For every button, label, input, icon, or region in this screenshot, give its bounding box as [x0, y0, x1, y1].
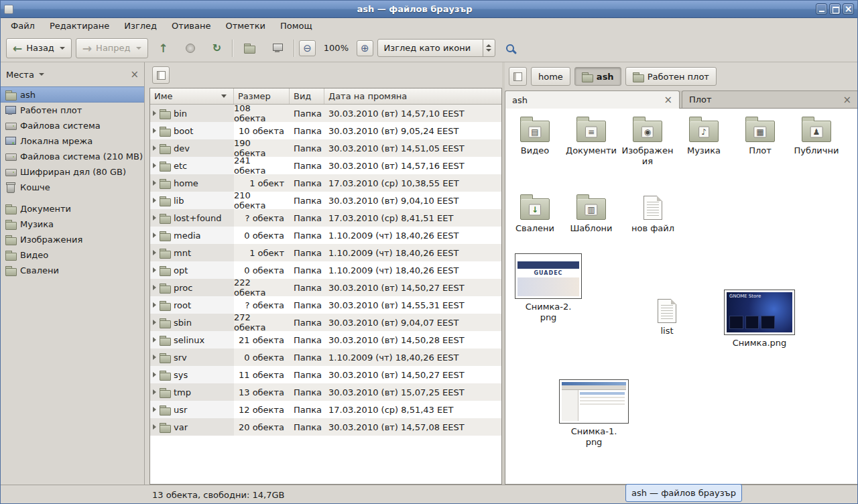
stop-button[interactable]: [179, 38, 202, 58]
table-row[interactable]: sys 11 обекта Папка 30.03.2010 (вт) 14,5…: [150, 366, 501, 383]
minimize-button[interactable]: [816, 3, 827, 15]
menu-item[interactable]: Отметки: [218, 18, 272, 34]
expander-icon[interactable]: [153, 198, 156, 203]
expander-icon[interactable]: [153, 128, 156, 133]
table-row[interactable]: lib 210 обекта Папка 30.03.2010 (вт) 9,0…: [150, 192, 501, 209]
column-header-date[interactable]: Дата на промяна: [324, 88, 501, 104]
table-row[interactable]: boot 10 обекта Папка 30.03.2010 (вт) 9,0…: [150, 122, 501, 139]
column-header-name[interactable]: Име: [150, 88, 234, 104]
pane-button[interactable]: [152, 66, 170, 84]
table-row[interactable]: var 20 обекта Папка 30.03.2010 (вт) 14,5…: [150, 418, 501, 436]
expander-icon[interactable]: [153, 355, 156, 360]
close-button[interactable]: [843, 3, 854, 15]
folder-item[interactable]: Музика: [676, 115, 732, 167]
search-button[interactable]: [499, 38, 521, 58]
menu-item[interactable]: Изглед: [117, 18, 164, 34]
sidebar-mode-chevron-icon[interactable]: [39, 73, 44, 76]
reload-button[interactable]: [206, 38, 228, 58]
image-item[interactable]: GUADEC Снимка-2.png: [515, 253, 582, 323]
folder-item[interactable]: Изображения: [619, 115, 676, 167]
expander-icon[interactable]: [153, 111, 156, 116]
sidebar-item[interactable]: Кошче: [1, 180, 144, 195]
expander-icon[interactable]: [153, 215, 156, 220]
table-row[interactable]: sbin 272 обекта Папка 30.03.2010 (вт) 9,…: [150, 314, 501, 331]
expander-icon[interactable]: [153, 407, 156, 412]
expander-icon[interactable]: [153, 372, 156, 377]
file-name: lib: [174, 196, 184, 206]
folder-item[interactable]: Шаблони: [563, 193, 619, 234]
expander-icon[interactable]: [153, 424, 156, 430]
folder-item[interactable]: Публични: [788, 115, 845, 167]
table-row[interactable]: tmp 13 обекта Папка 30.03.2010 (вт) 15,0…: [150, 383, 501, 401]
tab-plot[interactable]: Плот ×: [682, 90, 858, 108]
menu-item[interactable]: Отиване: [164, 18, 218, 34]
sidebar-item[interactable]: ash: [1, 86, 144, 103]
forward-button[interactable]: Напред: [76, 38, 148, 58]
sidebar-item[interactable]: Видео: [1, 247, 144, 263]
tab-close-icon[interactable]: ×: [658, 95, 672, 105]
breadcrumb-home[interactable]: home: [531, 67, 570, 86]
folder-item[interactable]: Видео: [507, 115, 563, 167]
sidebar-item[interactable]: Свалени: [1, 263, 144, 278]
table-row[interactable]: media 0 обекта Папка 1.10.2009 (чт) 18,4…: [150, 227, 501, 244]
breadcrumb-desktop[interactable]: Работен плот: [625, 67, 717, 86]
expander-icon[interactable]: [153, 233, 156, 238]
expander-icon[interactable]: [153, 145, 156, 151]
table-row[interactable]: opt 0 обекта Папка 1.10.2009 (чт) 18,40,…: [150, 261, 501, 279]
column-header-type[interactable]: Вид: [290, 88, 324, 104]
tab-ash[interactable]: ash ×: [505, 90, 680, 109]
path-bar-button[interactable]: [509, 67, 527, 86]
expander-icon[interactable]: [153, 320, 156, 325]
folder-item[interactable]: Свалени: [507, 193, 563, 234]
breadcrumb-ash[interactable]: ash: [574, 67, 621, 86]
sidebar-item[interactable]: Локална мрежа: [1, 133, 144, 149]
tab-close-icon[interactable]: ×: [837, 95, 851, 105]
expander-icon[interactable]: [153, 250, 156, 255]
sidebar-item[interactable]: Работен плот: [1, 103, 144, 118]
view-mode-select[interactable]: Изглед като икони: [377, 39, 495, 57]
table-row[interactable]: mnt 1 обект Папка 1.10.2009 (чт) 18,40,2…: [150, 244, 501, 261]
sidebar-item[interactable]: Документи: [1, 201, 144, 216]
table-row[interactable]: etc 241 обекта Папка 30.03.2010 (вт) 14,…: [150, 157, 501, 174]
table-row[interactable]: home 1 обект Папка 17.03.2010 (ср) 10,38…: [150, 174, 501, 192]
table-row[interactable]: root ? обекта Папка 30.03.2010 (вт) 14,5…: [150, 296, 501, 314]
sidebar-item[interactable]: Изображения: [1, 232, 144, 247]
sidebar-close-icon[interactable]: ×: [130, 70, 139, 80]
sidebar-item[interactable]: Музика: [1, 216, 144, 232]
folder-item[interactable]: Документи: [563, 115, 619, 167]
zoom-in-button[interactable]: [357, 40, 373, 56]
sidebar-item[interactable]: Шифриран дял (80 GB): [1, 164, 144, 180]
table-row[interactable]: proc 222 обекта Папка 30.03.2010 (вт) 14…: [150, 279, 501, 296]
maximize-button[interactable]: [829, 3, 841, 15]
up-button[interactable]: [152, 38, 175, 58]
file-item[interactable]: list: [644, 299, 690, 336]
column-header-size[interactable]: Размер: [234, 88, 290, 104]
file-item[interactable]: нов файл: [625, 196, 681, 234]
expander-icon[interactable]: [153, 180, 156, 186]
image-item[interactable]: GNOME Store Снимка.png: [723, 290, 796, 349]
home-button[interactable]: [237, 38, 261, 58]
zoom-out-button[interactable]: [299, 40, 316, 56]
menu-item[interactable]: Помощ: [273, 18, 320, 34]
sidebar-item[interactable]: Файлова система: [1, 118, 144, 133]
expander-icon[interactable]: [153, 267, 156, 273]
expander-icon[interactable]: [153, 337, 156, 342]
titlebar[interactable]: ash — файлов браузър: [1, 1, 857, 18]
expander-icon[interactable]: [153, 285, 156, 290]
sidebar-item[interactable]: Файлова система (210 MB): [1, 149, 144, 164]
menu-item[interactable]: Файл: [3, 18, 42, 34]
table-row[interactable]: srv 0 обекта Папка 1.10.2009 (чт) 18,40,…: [150, 349, 501, 366]
table-row[interactable]: selinux 21 обекта Папка 30.03.2010 (вт) …: [150, 331, 501, 349]
table-row[interactable]: lost+found ? обекта Папка 17.03.2010 (ср…: [150, 209, 501, 227]
table-row[interactable]: usr 12 обекта Папка 17.03.2010 (ср) 8,51…: [150, 401, 501, 418]
table-row[interactable]: bin 108 обекта Папка 30.03.2010 (вт) 14,…: [150, 105, 501, 122]
expander-icon[interactable]: [153, 163, 156, 168]
expander-icon[interactable]: [153, 389, 156, 395]
menu-item[interactable]: Редактиране: [42, 18, 117, 34]
back-button[interactable]: Назад: [6, 38, 72, 58]
expander-icon[interactable]: [153, 302, 156, 308]
computer-button[interactable]: [265, 38, 290, 58]
folder-item[interactable]: Плот: [732, 115, 788, 167]
image-item[interactable]: Снимка-1.png: [559, 379, 629, 448]
table-row[interactable]: dev 190 обекта Папка 30.03.2010 (вт) 14,…: [150, 139, 501, 157]
